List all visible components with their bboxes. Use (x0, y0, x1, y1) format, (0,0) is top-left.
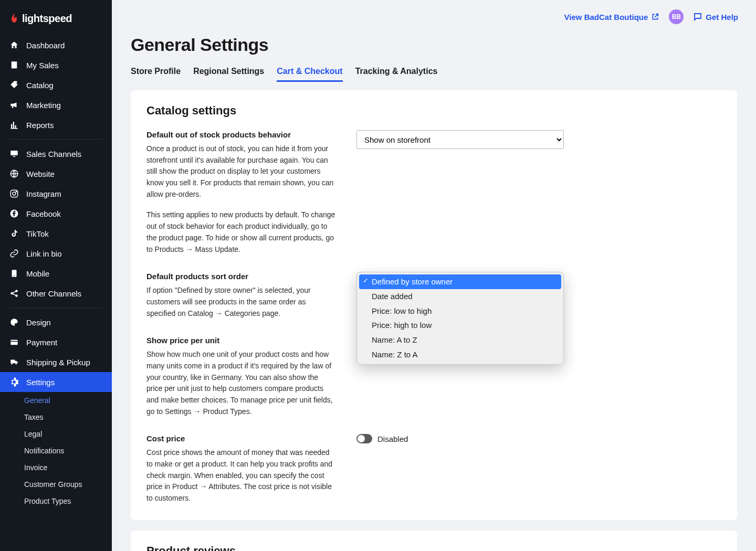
tab-tracking-analytics[interactable]: Tracking & Analytics (355, 67, 438, 82)
sub-item-taxes[interactable]: Taxes (24, 409, 112, 426)
sidebar-item-marketing[interactable]: Marketing (0, 95, 112, 115)
svg-point-3 (13, 192, 16, 195)
globe-icon (9, 169, 19, 178)
sub-item-invoice[interactable]: Invoice (24, 459, 112, 476)
content: General Settings Store Profile Regional … (112, 29, 756, 551)
get-help-link[interactable]: Get Help (693, 12, 738, 22)
field-label: Default products sort order (146, 272, 335, 281)
field-desc: Once a product is out of stock, you can … (146, 143, 335, 200)
megaphone-icon (9, 100, 19, 110)
sidebar-item-design[interactable]: Design (0, 312, 112, 332)
link-icon (9, 249, 19, 258)
field-desc: This setting applies to new products by … (146, 209, 335, 255)
wallet-icon (9, 337, 19, 347)
label: TikTok (26, 229, 49, 238)
label: Design (26, 318, 51, 327)
field-desc: If option "Defined by store owner" is se… (146, 285, 335, 319)
tab-store-profile[interactable]: Store Profile (131, 67, 181, 82)
receipt-icon (9, 60, 19, 70)
sidebar-item-link-in-bio[interactable]: Link in bio (0, 243, 112, 263)
cost-price-toggle[interactable] (356, 434, 372, 443)
settings-submenu: General Taxes Legal Notifications Invoic… (0, 392, 112, 510)
dropdown-option[interactable]: Defined by store owner (359, 274, 561, 289)
label: My Sales (26, 61, 59, 70)
field-label: Show price per unit (146, 336, 335, 345)
facebook-icon (9, 209, 19, 218)
product-reviews-card: Product reviews (131, 531, 737, 551)
sub-item-customer-groups[interactable]: Customer Groups (24, 476, 112, 493)
tab-regional-settings[interactable]: Regional Settings (193, 67, 264, 82)
mobile-icon (9, 269, 19, 278)
tab-cart-checkout[interactable]: Cart & Checkout (277, 67, 342, 82)
page-title: General Settings (131, 35, 737, 55)
sidebar-item-tiktok[interactable]: TikTok (0, 224, 112, 243)
sidebar-item-my-sales[interactable]: My Sales (0, 55, 112, 75)
field-label: Cost price (146, 434, 335, 443)
external-link-icon (651, 13, 659, 21)
label: Reports (26, 121, 54, 130)
main: View BadCat Boutique BB Get Help General… (112, 0, 756, 551)
out-of-stock-select[interactable]: Show on storefront (356, 130, 564, 149)
sidebar-item-website[interactable]: Website (0, 164, 112, 184)
chat-icon (693, 12, 702, 22)
label: Instagram (26, 189, 61, 198)
field-desc: Cost price shows the amount of money tha… (146, 447, 335, 504)
avatar[interactable]: BB (669, 9, 684, 24)
dropdown-option[interactable]: Name: Z to A (359, 347, 561, 362)
sub-item-general[interactable]: General (24, 392, 112, 409)
svg-rect-11 (10, 340, 18, 345)
home-icon (9, 40, 19, 50)
label: Website (26, 169, 55, 178)
sidebar-item-catalog[interactable]: Catalog (0, 75, 112, 95)
sidebar-item-payment[interactable]: Payment (0, 332, 112, 352)
dropdown-option[interactable]: Date added (359, 289, 561, 304)
label: Shipping & Pickup (26, 358, 90, 367)
sidebar-item-shipping[interactable]: Shipping & Pickup (0, 352, 112, 372)
monitor-icon (9, 149, 19, 158)
label: Sales Channels (26, 150, 81, 158)
sub-item-notifications[interactable]: Notifications (24, 442, 112, 459)
sub-item-legal[interactable]: Legal (24, 426, 112, 442)
sidebar-item-reports[interactable]: Reports (0, 115, 112, 135)
view-store-link[interactable]: View BadCat Boutique (564, 13, 660, 22)
svg-rect-0 (10, 151, 18, 155)
sidebar-item-dashboard[interactable]: Dashboard (0, 35, 112, 55)
chart-icon (9, 120, 19, 130)
instagram-icon (9, 189, 19, 198)
logo-text: lightspeed (22, 13, 72, 25)
sidebar: lightspeed Dashboard My Sales Catalog Ma… (0, 0, 112, 551)
svg-point-7 (14, 276, 15, 277)
logo[interactable]: lightspeed (0, 0, 112, 35)
divider (9, 139, 102, 140)
dropdown-option[interactable]: Price: low to high (359, 304, 561, 319)
share-icon (9, 289, 19, 298)
sidebar-item-mobile[interactable]: Mobile (0, 263, 112, 283)
toggle-label: Disabled (377, 435, 408, 443)
dropdown-option[interactable]: Name: A to Z (359, 333, 561, 347)
sidebar-item-instagram[interactable]: Instagram (0, 184, 112, 204)
sub-item-product-types[interactable]: Product Types (24, 493, 112, 510)
label: Marketing (26, 101, 61, 110)
section-title: Product reviews (146, 544, 721, 551)
field-desc: Show how much one unit of your product c… (146, 349, 335, 417)
tiktok-icon (9, 229, 19, 238)
divider (9, 308, 102, 308)
dropdown-option[interactable]: Price: high to low (359, 318, 561, 333)
label: Dashboard (26, 41, 65, 50)
catalog-settings-card: Catalog settings Default out of stock pr… (131, 90, 737, 520)
label: Link in bio (26, 249, 62, 258)
label: Settings (26, 378, 55, 387)
sidebar-item-other-channels[interactable]: Other Channels (0, 283, 112, 303)
sidebar-item-sales-channels[interactable]: Sales Channels (0, 144, 112, 164)
palette-icon (9, 317, 19, 327)
sidebar-item-facebook[interactable]: Facebook (0, 204, 112, 224)
field-cost-price: Cost price Cost price shows the amount o… (146, 434, 721, 504)
sort-order-dropdown[interactable]: Defined by store owner Date added Price:… (356, 272, 564, 365)
svg-point-9 (16, 290, 17, 292)
label: Facebook (26, 209, 61, 218)
field-label: Default out of stock products behavior (146, 130, 335, 139)
sidebar-item-settings[interactable]: Settings (0, 372, 112, 392)
label: Get Help (706, 13, 738, 22)
label: Other Channels (26, 289, 81, 298)
section-title: Catalog settings (146, 104, 721, 118)
